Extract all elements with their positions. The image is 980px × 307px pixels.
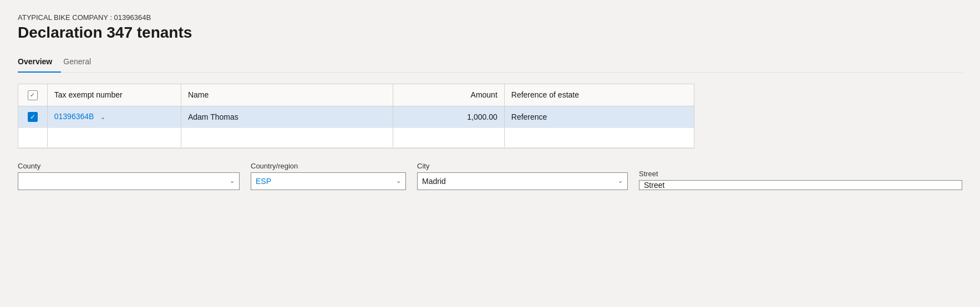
street-label: Street bbox=[639, 170, 962, 178]
city-dropdown[interactable]: Madrid ⌄ bbox=[417, 172, 628, 190]
city-value: Madrid bbox=[422, 177, 446, 186]
county-dropdown[interactable]: ⌄ bbox=[18, 172, 240, 190]
empty-row bbox=[18, 127, 694, 147]
reference-cell: Reference bbox=[504, 106, 694, 127]
country-label: Country/region bbox=[251, 162, 406, 170]
header-checkbox[interactable]: ✓ bbox=[28, 90, 38, 100]
county-label: County bbox=[18, 162, 240, 170]
city-label: City bbox=[417, 162, 628, 170]
amount-header: Amount bbox=[393, 84, 504, 106]
street-input[interactable] bbox=[639, 180, 962, 190]
empty-name-cell bbox=[181, 127, 393, 147]
reference-header: Reference of estate bbox=[504, 84, 694, 106]
empty-reference-cell bbox=[504, 127, 694, 147]
check-header-cell: ✓ bbox=[18, 84, 47, 106]
check-icon: ✓ bbox=[30, 91, 35, 99]
name-cell: Adam Thomas bbox=[181, 106, 393, 127]
tab-overview[interactable]: Overview bbox=[18, 53, 61, 73]
city-chevron-icon: ⌄ bbox=[618, 177, 623, 185]
data-table: ✓ Tax exempt number Name Amount Referenc… bbox=[18, 84, 694, 149]
bottom-form: County ⌄ Country/region ESP ⌄ City Madri… bbox=[0, 149, 980, 201]
tax-number-link[interactable]: 01396364B bbox=[54, 112, 94, 121]
street-field-group: Street bbox=[639, 170, 962, 190]
county-field-group: County ⌄ bbox=[18, 162, 240, 190]
county-chevron-icon: ⌄ bbox=[230, 177, 235, 185]
table-header-row: ✓ Tax exempt number Name Amount Referenc… bbox=[18, 84, 694, 106]
checked-checkbox[interactable]: ✓ bbox=[28, 112, 38, 122]
amount-cell: 1,000.00 bbox=[393, 106, 504, 127]
empty-check-cell bbox=[18, 127, 47, 147]
company-name: ATYPICAL BIKE COMPANY : 01396364B bbox=[18, 13, 962, 22]
tab-general[interactable]: General bbox=[61, 53, 100, 73]
country-dropdown[interactable]: ESP ⌄ bbox=[251, 172, 406, 190]
row-check-cell[interactable]: ✓ bbox=[18, 106, 47, 127]
tax-exempt-header: Tax exempt number bbox=[47, 84, 181, 106]
empty-amount-cell bbox=[393, 127, 504, 147]
name-header: Name bbox=[181, 84, 393, 106]
check-mark-icon: ✓ bbox=[30, 113, 35, 121]
tax-number-cell: 01396364B ⌄ bbox=[47, 106, 181, 127]
table-row[interactable]: ✓ 01396364B ⌄ Adam Thomas 1,000.00 Refer… bbox=[18, 106, 694, 127]
country-field-group: Country/region ESP ⌄ bbox=[251, 162, 406, 190]
city-field-group: City Madrid ⌄ bbox=[417, 162, 628, 190]
country-chevron-icon: ⌄ bbox=[396, 177, 401, 185]
tab-bar: Overview General bbox=[18, 53, 962, 73]
country-value: ESP bbox=[256, 177, 271, 186]
empty-tax-cell bbox=[47, 127, 181, 147]
page-title: Declaration 347 tenants bbox=[18, 24, 962, 42]
tax-number-dropdown[interactable]: ⌄ bbox=[98, 112, 108, 122]
